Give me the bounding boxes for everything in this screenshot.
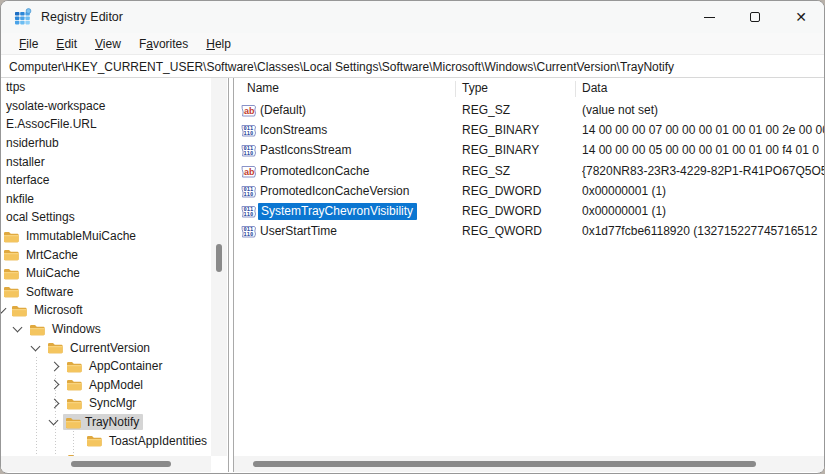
binary-value-icon <box>241 144 257 158</box>
tree-item-local-settings[interactable]: ocal Settings <box>1 208 78 227</box>
registry-editor-window: Registry Editor ✕ File Edit View Favorit… <box>0 0 825 474</box>
column-header-data[interactable]: Data <box>582 81 607 95</box>
folder-icon <box>86 434 102 447</box>
chevron-right-icon[interactable] <box>50 399 60 409</box>
close-button[interactable]: ✕ <box>778 1 824 33</box>
maximize-button[interactable] <box>732 1 778 33</box>
tree-item-toastappidentities[interactable]: ToastAppIdentities <box>1 431 210 450</box>
chevron-down-icon[interactable] <box>31 341 41 351</box>
binary-value-icon <box>241 205 257 219</box>
tree-item-syncmgr[interactable]: SyncMgr <box>1 394 139 413</box>
address-bar[interactable]: Computer\HKEY_CURRENT_USER\Software\Clas… <box>1 56 824 78</box>
string-value-icon <box>241 104 257 118</box>
tree-item-muicache[interactable]: MuiCache <box>1 264 83 283</box>
tree-item-lnkfile[interactable]: nkfile <box>1 190 37 209</box>
selected-value-name: SystemTrayChevronVisibility <box>258 203 417 220</box>
tree-item-https[interactable]: ttps <box>1 78 28 97</box>
chevron-right-icon[interactable] <box>50 380 60 390</box>
registry-path: Computer\HKEY_CURRENT_USER\Software\Clas… <box>1 60 674 74</box>
value-row-promotediconcacheversion[interactable]: PromotedIconCacheVersion REG_DWORD 0x000… <box>234 182 824 202</box>
window-title: Registry Editor <box>41 10 123 24</box>
tree-item-immutablemuicache[interactable]: ImmutableMuiCache <box>1 227 139 246</box>
column-separator[interactable] <box>575 81 576 97</box>
tree-panel: ttps ysolate-workspace E.AssocFile.URL n… <box>1 78 229 472</box>
chevron-down-icon[interactable] <box>49 416 59 426</box>
main-area: ttps ysolate-workspace E.AssocFile.URL n… <box>1 78 824 472</box>
menu-view[interactable]: View <box>86 35 130 53</box>
column-separator[interactable] <box>455 81 456 97</box>
menu-file[interactable]: File <box>10 35 47 53</box>
list-header: Name Type Data <box>234 78 824 100</box>
binary-value-icon <box>241 185 257 199</box>
tree-item-appcontainer[interactable]: AppContainer <box>1 357 165 376</box>
menu-bar: File Edit View Favorites Help <box>1 33 824 55</box>
folder-icon <box>3 285 19 298</box>
value-row-pasticonsstream[interactable]: PastIconsStream REG_BINARY 14 00 00 00 0… <box>234 141 824 161</box>
values-panel: Name Type Data (Default) REG_SZ (value n… <box>233 78 824 472</box>
title-bar: Registry Editor ✕ <box>1 1 824 33</box>
value-row-default[interactable]: (Default) REG_SZ (value not set) <box>234 101 824 121</box>
folder-icon <box>29 323 45 336</box>
tree-item-isolate-workspace[interactable]: ysolate-workspace <box>1 97 108 116</box>
value-row-userstarttime[interactable]: UserStartTime REG_QWORD 0x1d77fcbe611892… <box>234 222 824 242</box>
tree-item-interface[interactable]: nterface <box>1 171 52 190</box>
value-row-iconstreams[interactable]: IconStreams REG_BINARY 14 00 00 00 07 00… <box>234 121 824 141</box>
column-header-name[interactable]: Name <box>247 81 279 95</box>
tree-item-software[interactable]: Software <box>1 283 76 302</box>
minimize-button[interactable] <box>686 1 732 33</box>
menu-help[interactable]: Help <box>197 35 240 53</box>
tree-item-mrtcache[interactable]: MrtCache <box>1 245 81 264</box>
folder-icon <box>65 416 81 429</box>
folder-icon <box>66 360 82 373</box>
chevron-right-icon[interactable] <box>50 361 60 371</box>
folder-icon <box>47 341 63 354</box>
folder-icon <box>66 378 82 391</box>
value-row-systemtraychevronvisibility[interactable]: SystemTrayChevronVisibility REG_DWORD 0x… <box>234 202 824 222</box>
folder-icon <box>11 304 27 317</box>
column-header-type[interactable]: Type <box>462 81 488 95</box>
value-list: (Default) REG_SZ (value not set) IconStr… <box>234 101 824 242</box>
tree-item-insiderhub[interactable]: nsiderhub <box>1 134 62 153</box>
binary-value-icon <box>241 225 257 239</box>
menu-favorites[interactable]: Favorites <box>130 35 197 53</box>
tree-item-traynotify[interactable]: TrayNotify <box>1 413 143 432</box>
values-horizontal-scrollbar[interactable] <box>234 456 824 472</box>
tree-item-currentversion[interactable]: CurrentVersion <box>1 338 153 357</box>
tree-horizontal-scrollbar-thumb[interactable] <box>71 461 171 467</box>
folder-icon <box>3 248 19 261</box>
tree-item-installer[interactable]: nstaller <box>1 152 48 171</box>
tree-vertical-scrollbar-thumb[interactable] <box>216 244 222 272</box>
tree-item-assocfile-url[interactable]: E.AssocFile.URL <box>1 115 100 134</box>
tree-item-windows[interactable]: Windows <box>1 320 104 339</box>
registry-editor-app-icon <box>14 8 32 26</box>
tree-item-appmodel[interactable]: AppModel <box>1 376 146 395</box>
chevron-down-icon[interactable] <box>1 304 6 314</box>
folder-icon <box>66 397 82 410</box>
folder-icon <box>3 230 19 243</box>
tree-viewport: ttps ysolate-workspace E.AssocFile.URL n… <box>1 78 211 458</box>
menu-edit[interactable]: Edit <box>47 35 86 53</box>
maximize-icon <box>750 12 760 22</box>
tree-horizontal-scrollbar[interactable] <box>1 456 211 472</box>
folder-icon <box>3 267 19 280</box>
binary-value-icon <box>241 124 257 138</box>
tree-item-microsoft[interactable]: Microsoft <box>1 301 86 320</box>
close-icon: ✕ <box>795 10 807 24</box>
string-value-icon <box>241 165 257 179</box>
value-row-promotediconcache[interactable]: PromotedIconCache REG_SZ {7820NR83-23R3-… <box>234 162 824 182</box>
minimize-icon <box>704 17 715 18</box>
values-horizontal-scrollbar-thumb[interactable] <box>253 461 756 467</box>
tree-vertical-scrollbar[interactable] <box>211 78 227 456</box>
chevron-down-icon[interactable] <box>13 323 23 333</box>
